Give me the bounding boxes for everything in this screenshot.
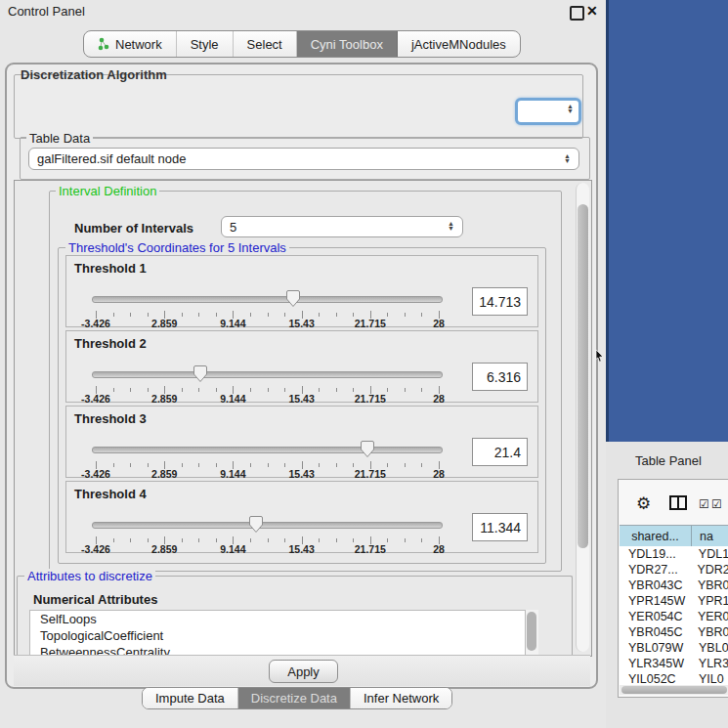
table-row[interactable]: YLR345WYLR3 xyxy=(620,656,728,671)
node-table-body[interactable]: YDL19...YDL1YDR27...YDR2YBR043CYBR0YPR14… xyxy=(620,546,728,685)
slider-thumb-icon[interactable] xyxy=(286,289,301,308)
attribute-item[interactable]: SelfLoops xyxy=(30,611,525,627)
threshold-slider[interactable] xyxy=(92,517,441,536)
table-row[interactable]: YPR145WYPR1 xyxy=(620,593,728,609)
tab-jactivemnodules[interactable]: jActiveMNodules xyxy=(398,31,520,57)
threshold-value-field[interactable]: 6.316 xyxy=(472,363,528,391)
columns-icon[interactable] xyxy=(669,495,687,510)
discretization-algorithm-group xyxy=(14,74,583,139)
tab-label: jActiveMNodules xyxy=(411,37,506,52)
attributes-scrollbar[interactable] xyxy=(526,610,538,659)
slider-scale-labels: -3.4262.8599.14415.4321.71528 xyxy=(96,318,439,329)
checkbox-icon[interactable]: ☑ xyxy=(711,497,722,511)
table-header-row: shared... na xyxy=(620,525,728,547)
tab-infer-network[interactable]: Infer Network xyxy=(351,688,451,708)
tab-label: Cyni Toolbox xyxy=(311,37,383,52)
tab-cyni-toolbox[interactable]: Cyni Toolbox xyxy=(297,31,398,57)
slider-thumb-icon[interactable] xyxy=(361,440,375,458)
table-row[interactable]: YBR045CYBR0 xyxy=(620,624,728,640)
number-of-intervals-value: 5 xyxy=(230,220,236,235)
table-row[interactable]: YBL079WYBL0 xyxy=(620,640,728,656)
tab-select[interactable]: Select xyxy=(234,31,297,57)
threshold-row-4: Threshold 4 -3.4262.8599.14415.4321.7152… xyxy=(65,481,538,553)
table-row[interactable]: YDL19...YDL1 xyxy=(620,546,728,562)
slider-thumb-icon[interactable] xyxy=(248,515,263,534)
table-row[interactable]: YIL052CYIL0 xyxy=(620,671,728,685)
cyni-toolbox-panel: Discretization Algorithm ▲▼ Table Data g… xyxy=(5,63,598,689)
tab-label: Impute Data xyxy=(155,691,225,706)
tab-discretize-data[interactable]: Discretize Data xyxy=(238,688,351,708)
algorithm-combobox[interactable]: ▲▼ xyxy=(515,98,581,125)
combo-arrows-icon: ▲▼ xyxy=(564,153,571,163)
tab-network[interactable]: Network xyxy=(84,31,177,57)
gear-icon[interactable]: ⚙ xyxy=(636,493,651,514)
table-row[interactable]: YDR27...YDR2 xyxy=(620,562,728,578)
apply-button[interactable]: Apply xyxy=(269,660,338,683)
table-panel-title: Table Panel xyxy=(635,453,702,468)
slider-scale-labels: -3.4262.8599.14415.4321.71528 xyxy=(96,543,439,555)
slider-track[interactable] xyxy=(92,447,443,453)
numerical-attributes-label: Numerical Attributes xyxy=(33,592,157,607)
threshold-slider[interactable] xyxy=(92,291,441,311)
control-panel-title: Control Panel xyxy=(8,4,85,19)
slider-track[interactable] xyxy=(92,522,443,529)
threshold-label: Threshold 1 xyxy=(74,261,147,276)
threshold-label: Threshold 2 xyxy=(74,336,147,351)
number-of-intervals-label: Number of Intervals xyxy=(74,221,193,236)
tab-label: Select xyxy=(247,37,282,52)
number-of-intervals-combobox[interactable]: 5 ▲▼ xyxy=(221,216,463,237)
table-row[interactable]: YBR043CYBR0 xyxy=(620,578,728,593)
numerical-attributes-list[interactable]: SelfLoopsTopologicalCoefficientBetweenne… xyxy=(29,610,526,661)
column-header-name[interactable]: na xyxy=(692,526,728,546)
tab-style[interactable]: Style xyxy=(177,31,234,57)
table-panel: Table Panel ⚙ ☑ ☑ shared... na YDL19...Y… xyxy=(606,442,728,728)
network-icon xyxy=(98,37,109,51)
discretize-content-panel: Interval Definition Number of Intervals … xyxy=(14,180,592,657)
tab-label: Infer Network xyxy=(364,691,439,706)
threshold-row-2: Threshold 2 -3.4262.8599.14415.4321.7152… xyxy=(65,330,538,403)
slider-scale-labels: -3.4262.8599.14415.4321.71528 xyxy=(96,468,439,480)
tab-impute-data[interactable]: Impute Data xyxy=(143,688,238,708)
threshold-value-field[interactable]: 21.4 xyxy=(472,438,528,466)
control-panel-titlebar: Control Panel ✕ xyxy=(0,0,604,23)
table-data-group: galFiltered.sif default node ▲▼ xyxy=(20,137,590,180)
threshold-slider[interactable] xyxy=(92,366,441,386)
slider-track[interactable] xyxy=(92,296,443,303)
tab-label: Network xyxy=(115,37,162,52)
thresholds-group-title: Threshold's Coordinates for 5 Intervals xyxy=(65,240,289,255)
slider-thumb-icon[interactable] xyxy=(193,364,207,383)
threshold-row-3: Threshold 3 -3.4262.8599.14415.4321.7152… xyxy=(65,406,538,478)
table-data-value: galFiltered.sif default node xyxy=(37,151,186,166)
combo-arrows-icon: ▲▼ xyxy=(448,221,454,231)
combo-arrows-icon: ▲▼ xyxy=(567,104,574,113)
thresholds-group: Threshold 1 -3.4262.8599.14415.4321.7152… xyxy=(58,247,546,564)
table-data-combobox[interactable]: galFiltered.sif default node ▲▼ xyxy=(28,148,579,170)
attribute-item[interactable]: TopologicalCoefficient xyxy=(30,627,525,644)
column-header-shared-name[interactable]: shared... xyxy=(620,526,692,546)
close-icon[interactable]: ✕ xyxy=(586,3,598,19)
threshold-value-field[interactable]: 14.713 xyxy=(472,287,528,316)
checkbox-icon[interactable]: ☑ xyxy=(699,497,709,511)
threshold-row-1: Threshold 1 -3.4262.8599.14415.4321.7152… xyxy=(65,255,538,327)
slider-scale-labels: -3.4262.8599.14415.4321.71528 xyxy=(96,393,439,405)
float-window-icon[interactable] xyxy=(570,6,584,21)
threshold-slider[interactable] xyxy=(92,442,441,461)
apply-button-label: Apply xyxy=(287,664,320,679)
table-horizontal-scrollbar[interactable] xyxy=(620,685,728,695)
control-panel-window: Control Panel ✕ Network Style Select Cyn… xyxy=(0,0,604,728)
threshold-value-field[interactable]: 11.344 xyxy=(472,513,528,541)
tab-label: Discretize Data xyxy=(251,691,337,706)
table-data-title: Table Data xyxy=(26,131,93,146)
discretization-algorithm-title: Discretization Algorithm xyxy=(21,67,167,82)
content-scrollbar[interactable] xyxy=(576,183,589,652)
network-desktop-area: GAL80GACGAL11GAL4GCY1HHAP2 xyxy=(606,0,728,442)
attributes-group-title: Attributes to discretize xyxy=(24,569,155,583)
slider-track[interactable] xyxy=(92,371,443,378)
control-panel-tabbar: Network Style Select Cyni Toolbox jActiv… xyxy=(83,30,521,58)
table-row[interactable]: YER054CYER0 xyxy=(620,609,728,624)
apply-row: Apply xyxy=(14,655,590,686)
cyni-bottom-tabbar: Impute Data Discretize Data Infer Networ… xyxy=(142,687,452,709)
threshold-label: Threshold 3 xyxy=(74,411,147,426)
tab-label: Style xyxy=(191,37,219,52)
node-table: ⚙ ☑ ☑ shared... na YDL19...YDL1YDR27...Y… xyxy=(618,479,728,698)
